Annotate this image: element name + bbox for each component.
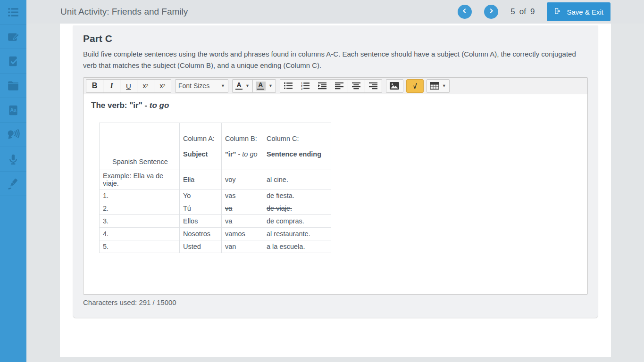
editor-heading: The verb: "ir" - to go [91, 101, 580, 110]
save-exit-button[interactable]: Save & Exit [547, 2, 611, 21]
previous-page-button[interactable] [458, 5, 472, 19]
subscript-button[interactable]: x2 [154, 79, 171, 93]
character-counter: Characters used: 291 / 15000 [83, 298, 588, 306]
sign-out-icon [554, 7, 562, 16]
sidebar-item-notes[interactable] [0, 25, 26, 49]
subscript-char: 2 [163, 83, 165, 88]
underline-button[interactable]: U [120, 79, 137, 93]
sidebar-item-record-audio[interactable] [0, 147, 26, 172]
insert-image-button[interactable] [386, 79, 403, 93]
table-row: 3. Ellos va de compras. [100, 215, 331, 228]
sidebar-item-contents-menu[interactable] [0, 0, 26, 25]
font-sizes-label: Font Sizes [178, 82, 209, 90]
chevron-down-icon: ▼ [268, 84, 273, 88]
header-spanish-sentence[interactable]: Spanish Sentence [100, 123, 180, 170]
bullet-list-button[interactable] [280, 79, 297, 93]
activity-card: Part C Build five complete sentences usi… [60, 24, 611, 357]
header-column-a[interactable]: Column A: Subject [180, 123, 222, 170]
header-column-c[interactable]: Column C: Sentence ending [263, 123, 331, 170]
color-button-group: A ▼ A ▼ [232, 79, 276, 93]
align-center-button[interactable] [348, 79, 365, 93]
insert-table-button[interactable]: ▼ [427, 79, 450, 93]
insert-formula-button[interactable]: √ [406, 79, 424, 93]
table-icon [430, 82, 439, 90]
part-title: Part C [83, 33, 588, 44]
italic-button[interactable]: I [103, 79, 120, 93]
table-header-row: Spanish Sentence Column A: Subject Colum… [100, 123, 331, 170]
folder-icon [7, 80, 19, 92]
numbered-list-button[interactable]: 1 2 3 [297, 79, 314, 93]
chevron-down-icon: ▼ [442, 84, 446, 88]
subscript-base: x [159, 82, 163, 90]
page-of-label: of [519, 7, 526, 16]
header-column-b[interactable]: Column B: "ir" - to go [222, 123, 263, 170]
chevron-down-icon: ▼ [221, 84, 225, 88]
font-sizes-dropdown[interactable]: Font Sizes ▼ [175, 79, 228, 93]
chevron-left-icon [461, 7, 468, 16]
page-indicator: 5 of 9 [510, 7, 535, 16]
format-button-group: B I U x2 x2 [86, 79, 171, 93]
table-row: 1. Yo vas de fiesta. [100, 189, 331, 202]
table-row: 4. Nosotros vamos al restaurante. [100, 228, 331, 240]
tools-sidebar: Aa [0, 0, 26, 362]
chevron-right-icon [487, 7, 495, 16]
save-exit-label: Save & Exit [567, 8, 603, 16]
answer-table: Spanish Sentence Column A: Subject Colum… [99, 123, 331, 253]
table-row: Example: Ella va de viaje. Ella voy al c… [100, 170, 331, 189]
image-icon [390, 82, 399, 90]
table-row: 5. Usted van a la escuela. [100, 240, 331, 253]
chevron-down-icon: ▼ [245, 84, 250, 88]
sidebar-item-text-to-speech[interactable] [0, 123, 26, 147]
top-bar-controls: 5 of 9 Save & Exit [458, 0, 611, 24]
editor-content-area[interactable]: The verb: "ir" - to go Spanish Sentence … [84, 94, 587, 294]
highlighter-icon [7, 178, 19, 190]
svg-text:Aa: Aa [10, 107, 16, 113]
rich-text-editor: B I U x2 x2 Font Sizes ▼ [83, 77, 588, 295]
sidebar-item-assignments[interactable] [0, 49, 26, 74]
svg-text:3: 3 [301, 87, 302, 90]
dictionary-icon: Aa [7, 104, 19, 116]
background-color-button[interactable]: A ▼ [252, 79, 276, 93]
insert-button-group: √ ▼ [386, 79, 450, 93]
text-to-speech-icon [7, 128, 20, 141]
microphone-icon [7, 153, 19, 165]
list-align-group: 1 2 3 [280, 79, 382, 93]
top-bar: Unit Activity: Friends and Family 5 of 9 [26, 0, 644, 24]
table-row: 2. Tú va de viaje. [100, 202, 331, 215]
background-color-icon: A [256, 82, 266, 90]
assignment-check-icon [7, 55, 19, 67]
editor-toolbar: B I U x2 x2 Font Sizes ▼ [84, 78, 587, 94]
question-panel: Part C Build five complete sentences usi… [73, 25, 598, 318]
sidebar-item-highlighter[interactable] [0, 172, 26, 196]
superscript-char: 2 [146, 83, 148, 88]
sidebar-item-dictionary[interactable]: Aa [0, 98, 26, 123]
text-color-button[interactable]: A ▼ [232, 79, 253, 93]
superscript-button[interactable]: x2 [137, 79, 154, 93]
bold-button[interactable]: B [86, 79, 103, 93]
page-total: 9 [530, 7, 535, 16]
contents-menu-icon [7, 6, 19, 18]
page-current: 5 [510, 7, 515, 16]
instructions-text: Build five complete sentences using the … [83, 49, 583, 71]
align-left-button[interactable] [331, 79, 348, 93]
sidebar-item-folder[interactable] [0, 74, 26, 98]
align-right-button[interactable] [365, 79, 382, 93]
activity-title: Unit Activity: Friends and Family [60, 0, 188, 24]
notes-compose-icon [7, 31, 19, 43]
next-page-button[interactable] [484, 5, 498, 19]
text-color-icon: A [235, 82, 243, 90]
superscript-base: x [142, 82, 146, 90]
font-size-group: Font Sizes ▼ [175, 79, 228, 93]
indent-button[interactable] [314, 79, 331, 93]
